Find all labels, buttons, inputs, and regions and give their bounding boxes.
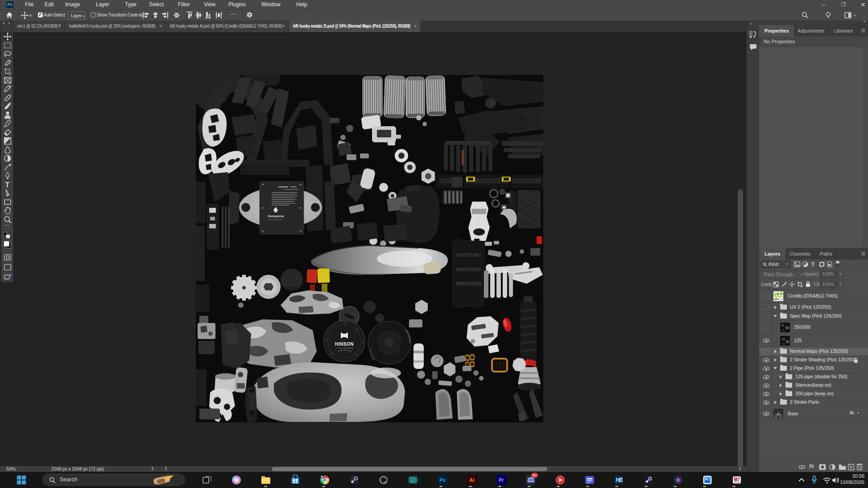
svg-text:CLUTCH COMPONENTS: CLUTCH COMPONENTS [335, 347, 354, 349]
svg-text:PROTAPER: PROTAPER [456, 267, 481, 272]
svg-text:Husqvarna: Husqvarna [268, 215, 284, 218]
svg-text:PROTAPER: PROTAPER [455, 252, 481, 257]
svg-text:MOTORCYCLES: MOTORCYCLES [269, 219, 283, 221]
svg-text:T: T [5, 181, 9, 189]
svg-text:PROTAPER: PROTAPER [456, 281, 481, 286]
svg-text:HINSON: HINSON [335, 342, 354, 347]
